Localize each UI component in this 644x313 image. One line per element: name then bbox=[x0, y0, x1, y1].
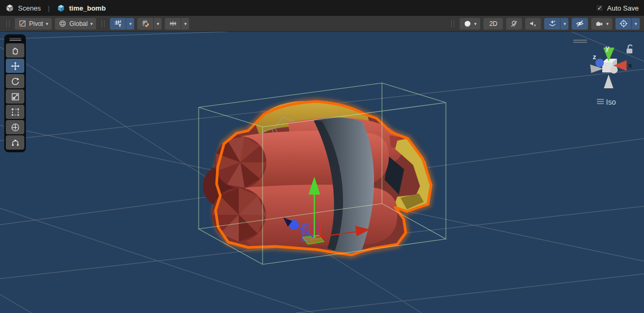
gizmo-axis-neg-z-sphere[interactable] bbox=[610, 66, 618, 73]
breadcrumb-root[interactable]: Scenes bbox=[18, 4, 41, 12]
scene-toolbar: Pivot ▾ Global ▾ Y ▾ bbox=[0, 16, 644, 32]
gizmo-x-label[interactable]: x bbox=[628, 61, 632, 69]
scene-orientation-gizmo[interactable]: y z x Iso bbox=[573, 40, 632, 106]
shaded-sphere-icon bbox=[463, 20, 472, 28]
grid-y-icon: Y bbox=[114, 19, 123, 28]
2d-mode-button[interactable]: 2D bbox=[483, 18, 503, 30]
gizmos-button[interactable]: ▾ bbox=[615, 18, 640, 30]
snap-increment-button[interactable]: ▾ bbox=[165, 18, 189, 30]
unity-logo-icon bbox=[5, 4, 14, 13]
rotate-tool[interactable] bbox=[6, 74, 24, 88]
scene-name[interactable]: time_bomb bbox=[69, 4, 106, 12]
light-off-icon bbox=[510, 20, 518, 28]
gizmo-axis-z-sphere[interactable] bbox=[595, 59, 604, 67]
view-hand-tool[interactable] bbox=[6, 43, 24, 58]
global-label: Global bbox=[69, 20, 88, 27]
pivot-mode-button[interactable]: Pivot ▾ bbox=[15, 18, 52, 30]
projection-menu-icon[interactable] bbox=[597, 99, 604, 104]
unity-scene-view: Scenes | time_bomb ✓ Auto Save Pivot ▾ bbox=[0, 0, 644, 313]
gizmos-icon bbox=[619, 19, 628, 28]
rect-tool[interactable] bbox=[6, 105, 24, 119]
auto-save-toggle: ✓ Auto Save bbox=[596, 4, 639, 12]
auto-save-checkbox[interactable]: ✓ bbox=[596, 4, 603, 12]
grid-snapping-button[interactable]: ▾ bbox=[137, 18, 162, 30]
toolbar-drag-handle[interactable] bbox=[451, 20, 454, 27]
toolbar-drag-handle[interactable] bbox=[101, 20, 105, 27]
overlay-drag-handle-icon[interactable] bbox=[6, 36, 24, 42]
gizmo-axis-neg-y-cone[interactable] bbox=[604, 75, 613, 88]
toolbar-drag-handle[interactable] bbox=[6, 20, 10, 27]
projection-label[interactable]: Iso bbox=[606, 98, 616, 106]
chevron-down-icon: ▾ bbox=[46, 21, 49, 26]
chevron-down-icon: ▾ bbox=[474, 21, 477, 26]
scene-lighting-button[interactable] bbox=[506, 18, 522, 30]
rotate-icon bbox=[11, 77, 20, 86]
move-tool[interactable] bbox=[6, 59, 24, 73]
pivot-label: Pivot bbox=[29, 20, 43, 27]
scene-visibility-button[interactable] bbox=[572, 18, 588, 30]
2d-label: 2D bbox=[487, 20, 499, 27]
gizmo-z-label[interactable]: z bbox=[593, 53, 596, 61]
hand-icon bbox=[11, 46, 20, 56]
move-arrows-icon bbox=[11, 61, 20, 71]
effects-button[interactable]: ▾ bbox=[544, 18, 568, 30]
scale-icon bbox=[11, 92, 20, 102]
audio-muted-icon bbox=[529, 20, 537, 28]
grid-visibility-button[interactable]: Y ▾ bbox=[110, 18, 134, 30]
auto-save-label: Auto Save bbox=[607, 4, 639, 12]
camera-icon bbox=[595, 20, 603, 28]
transform-tool[interactable] bbox=[6, 120, 24, 134]
rect-icon bbox=[11, 107, 20, 117]
custom-editor-tools-icon bbox=[11, 138, 20, 148]
tools-overlay bbox=[4, 34, 26, 152]
unlocked-padlock-icon[interactable] bbox=[627, 45, 632, 53]
global-orientation-button[interactable]: Global ▾ bbox=[55, 18, 96, 30]
prefab-cube-icon bbox=[57, 4, 66, 13]
scene-audio-button[interactable] bbox=[525, 18, 541, 30]
scene-canvas: y z x Iso bbox=[0, 32, 644, 313]
effects-icon bbox=[548, 19, 557, 28]
gizmo-y-label[interactable]: y bbox=[605, 44, 610, 52]
svg-text:Y: Y bbox=[118, 23, 122, 28]
pivot-icon bbox=[18, 20, 26, 27]
chevron-down-icon[interactable]: ▾ bbox=[560, 18, 568, 30]
scale-tool[interactable] bbox=[6, 89, 24, 104]
camera-settings-button[interactable]: ▾ bbox=[591, 18, 612, 30]
scene-viewport[interactable]: y z x Iso bbox=[0, 32, 644, 313]
chevron-down-icon[interactable]: ▾ bbox=[181, 18, 189, 30]
overlay-drag-handle-icon[interactable] bbox=[573, 40, 587, 42]
chevron-down-icon: ▾ bbox=[606, 21, 609, 26]
grid-snap-magnet-icon bbox=[141, 19, 150, 28]
globe-icon bbox=[59, 20, 67, 27]
breadcrumb-separator: | bbox=[48, 4, 49, 12]
chevron-down-icon[interactable]: ▾ bbox=[126, 18, 134, 30]
eye-hidden-icon bbox=[575, 19, 584, 28]
chevron-down-icon[interactable]: ▾ bbox=[153, 18, 162, 30]
chevron-down-icon[interactable]: ▾ bbox=[631, 18, 640, 30]
custom-tool[interactable] bbox=[6, 135, 24, 150]
draw-mode-button[interactable]: ▾ bbox=[460, 18, 481, 30]
snap-increment-icon bbox=[169, 19, 178, 28]
breadcrumb-bar: Scenes | time_bomb ✓ Auto Save bbox=[0, 0, 644, 16]
transform-icon bbox=[11, 123, 20, 132]
chevron-down-icon: ▾ bbox=[90, 21, 93, 26]
